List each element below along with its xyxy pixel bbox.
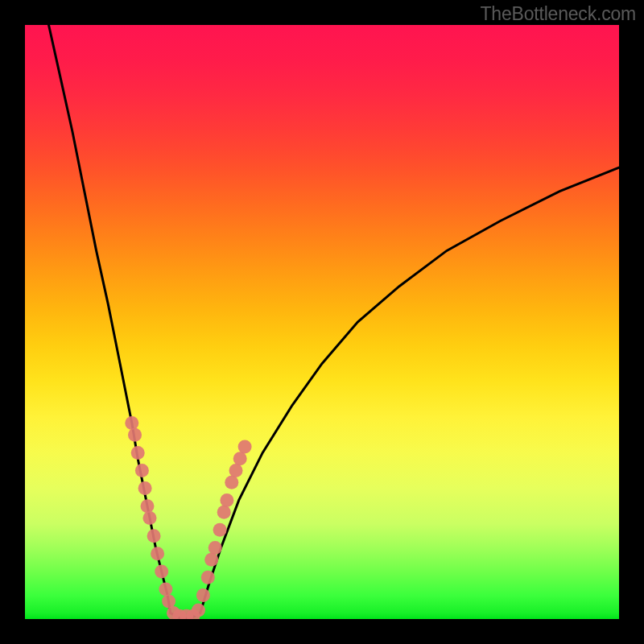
plot-area — [25, 25, 619, 619]
watermark-text: TheBottleneck.com — [481, 3, 636, 25]
curve-right-branch — [200, 167, 619, 613]
scatter-point — [192, 603, 205, 617]
scatter-point — [213, 523, 227, 537]
scatter-point — [196, 588, 210, 602]
scatter-point — [204, 553, 218, 567]
scatter-point — [131, 446, 145, 460]
scatter-point — [217, 506, 231, 519]
scatter-point — [125, 416, 138, 430]
scatter-point — [151, 547, 164, 560]
scatter-point — [128, 428, 142, 442]
scatter-point — [159, 583, 172, 597]
scatter-point — [220, 493, 233, 507]
scatter-point — [138, 481, 152, 495]
curve-left-branch — [49, 25, 171, 613]
scatter-point — [135, 464, 149, 477]
scatter-point — [229, 464, 243, 477]
scatter-point — [201, 571, 215, 584]
scatter-point — [155, 565, 168, 579]
scatter-point — [143, 511, 157, 525]
scatter-point — [208, 541, 222, 555]
scatter-point — [141, 499, 155, 513]
scatter-point — [238, 440, 252, 454]
scatter-point — [233, 452, 247, 465]
scatter-point — [162, 594, 175, 608]
bottleneck-curve-svg — [25, 25, 619, 619]
curve-group — [49, 25, 620, 618]
chart-frame: TheBottleneck.com — [0, 0, 644, 644]
scatter-point — [225, 476, 238, 489]
scatter-point — [147, 529, 161, 543]
